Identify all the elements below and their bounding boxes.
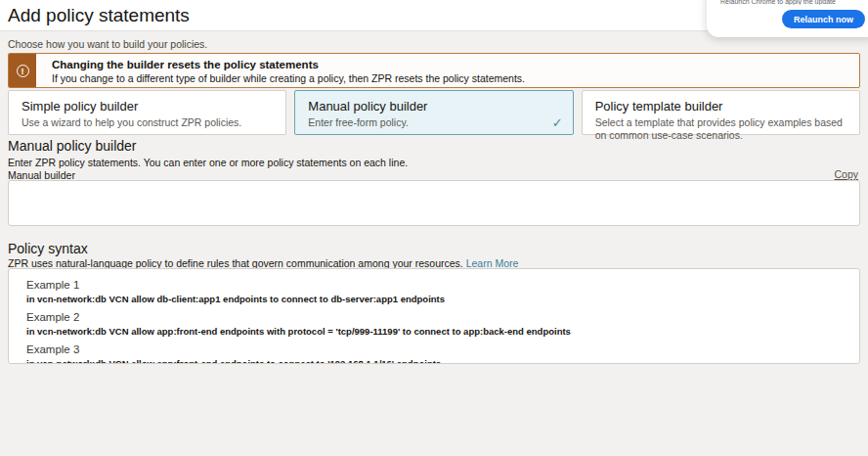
card-policy-template-builder[interactable]: Policy template builder Select a templat…: [582, 90, 860, 135]
manual-builder-heading: Manual policy builder: [8, 138, 137, 154]
builder-cards-row: Simple policy builder Use a wizard to he…: [8, 90, 860, 135]
exclamation-circle-icon: !: [17, 65, 29, 77]
warning-texts: Changing the builder resets the policy s…: [36, 54, 525, 87]
example-3-statement: in vcn-network:db VCN allow app:front-en…: [26, 358, 859, 364]
warning-body: If you change to a different type of bui…: [52, 72, 525, 85]
example-3-label: Example 3: [26, 342, 859, 356]
policy-examples-box: Example 1 in vcn-network:db VCN allow db…: [8, 268, 860, 364]
example-1-label: Example 1: [26, 278, 859, 292]
page-title: Add policy statements: [8, 5, 190, 26]
copy-link[interactable]: Copy: [834, 168, 858, 180]
example-2-statement: in vcn-network:db VCN allow app:front-en…: [26, 326, 859, 338]
manual-builder-textarea[interactable]: [8, 180, 860, 226]
card-manual-policy-builder[interactable]: Manual policy builder Enter free-form po…: [294, 90, 573, 135]
card-description: Enter free-form policy.: [308, 116, 559, 129]
add-policy-statements-page: Add policy statements Choose how you wan…: [0, 0, 868, 456]
warning-icon-block: !: [9, 54, 36, 87]
example-2-label: Example 2: [26, 310, 859, 324]
card-title: Policy template builder: [595, 98, 846, 114]
card-title: Manual policy builder: [308, 98, 559, 114]
relaunch-now-button[interactable]: Relaunch now: [782, 10, 865, 28]
browser-update-popup: Relaunch Chrome to apply the update Rela…: [707, 0, 868, 37]
card-simple-policy-builder[interactable]: Simple policy builder Use a wizard to he…: [8, 90, 286, 135]
warning-banner: ! Changing the builder resets the policy…: [8, 53, 860, 88]
checkmark-icon: ✓: [552, 115, 563, 130]
page-subtitle: Choose how you want to build your polici…: [8, 38, 207, 50]
manual-builder-description: Enter ZPR policy statements. You can ent…: [8, 157, 408, 168]
card-title: Simple policy builder: [22, 98, 273, 114]
policy-syntax-heading: Policy syntax: [8, 241, 88, 256]
warning-title: Changing the builder resets the policy s…: [52, 58, 525, 72]
card-description: Use a wizard to help you construct ZPR p…: [22, 116, 273, 129]
card-description: Select a template that provides policy e…: [595, 116, 846, 141]
example-1-statement: in vcn-network:db VCN allow db-client:ap…: [26, 294, 859, 305]
update-popup-message: Relaunch Chrome to apply the update: [720, 0, 867, 5]
